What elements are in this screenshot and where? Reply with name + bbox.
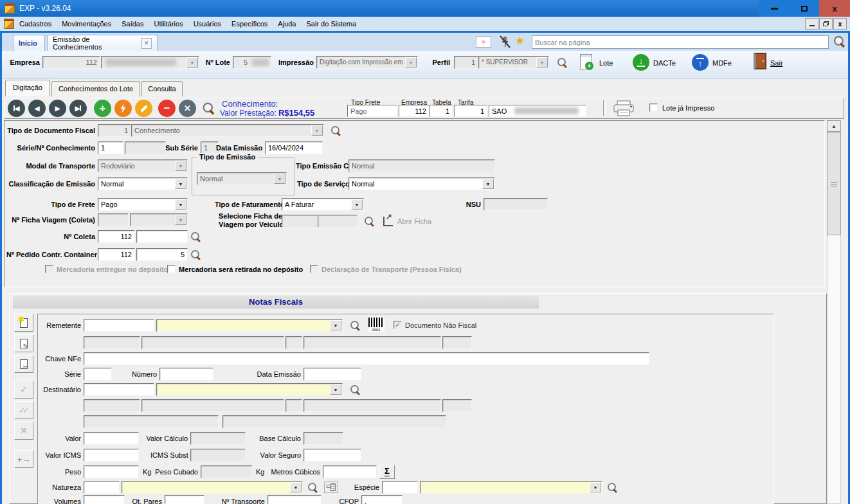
search-record-icon[interactable] [202,102,215,114]
delete-record-button[interactable]: − [158,100,176,117]
mdfe-button[interactable]: ↑ [692,54,709,71]
nf-numero-field[interactable] [159,368,213,381]
minimize-button[interactable] [759,0,789,17]
lote-button-label[interactable]: Lote [599,59,613,67]
confirm-all-notas-button[interactable]: ✓✓ [14,401,33,419]
menu-usuarios[interactable]: Usuários [188,17,226,31]
tab-conhecimentos-do-lote[interactable]: Conhecimentos do Lote [51,81,140,96]
remetente-lookup-icon[interactable] [350,320,361,331]
mercadoria-retirada-checkbox[interactable] [167,265,176,273]
dropdown-arrow-icon[interactable]: ▼ [175,179,186,189]
chave-nfe-field[interactable] [84,352,649,365]
edit-record-button[interactable] [135,100,152,117]
classificacao-combo[interactable]: Normal ▼ [98,177,188,190]
perfil-lookup-icon[interactable] [557,57,568,68]
star-icon[interactable]: ★ [515,34,525,48]
new-nota-button[interactable]: ✱ [14,314,33,332]
dropdown-arrow-icon[interactable]: ▼ [175,199,186,210]
external-link-icon[interactable] [383,217,393,226]
modal-combo[interactable]: Rodoviário ▼ [98,159,188,172]
dacte-button-label[interactable]: DACTe [653,59,676,67]
ficha-veiculo-field1[interactable] [282,215,318,228]
natureza-lookup-icon[interactable] [307,482,318,493]
barcode-icon[interactable]: 0001 [368,318,384,332]
empresa-code-field[interactable]: 112 [42,56,100,69]
pin-disabled-icon[interactable] [498,35,511,49]
cancel-nota-button[interactable]: × [14,422,33,440]
close-button[interactable]: x [819,0,850,17]
next-record-button[interactable]: ▶ [49,100,66,117]
dropdown-arrow-icon[interactable]: ▼ [330,384,341,395]
especie-lookup-icon[interactable] [607,482,618,493]
serie-field[interactable]: 1 [98,141,123,154]
mdi-restore-button[interactable] [819,18,833,30]
dropdown-arrow-icon[interactable]: ▼ [351,199,363,210]
printer-icon[interactable] [612,100,637,118]
tipo-doc-code-field[interactable]: 1 [98,124,131,137]
ficha-veiculo-lookup-icon[interactable] [364,216,375,227]
coleta-numero-field[interactable] [136,230,188,243]
scroll-up-button[interactable]: ▲ [827,120,841,132]
sair-button[interactable] [754,53,766,69]
destinatario-combo[interactable]: ▼ [156,383,343,396]
tab-emissao-de-conhecimentos[interactable]: Emissão de Conhecimentos ✕ [47,35,158,51]
menu-ajuda[interactable]: Ajuda [273,17,301,31]
impressao-combo[interactable]: Digitação com Impressão em Lote ▼ [316,56,418,69]
sair-button-label[interactable]: Sair [770,59,783,67]
coleta-empresa-field[interactable]: 112 [98,230,135,243]
hierarchy-button[interactable] [324,482,338,493]
tipo-servico-combo[interactable]: Normal ▼ [348,177,495,190]
tab-inicio[interactable]: Início [13,35,45,51]
pedido-numero-field[interactable]: 5 [136,248,188,261]
data-emissao-field[interactable]: 16/04/2024 [265,141,323,154]
edit-nota-button[interactable]: ✎ [14,334,33,352]
last-record-button[interactable]: ▶ [69,100,87,117]
ficha-veiculo-field2[interactable] [318,215,357,228]
cancel-record-button[interactable]: ✕ [179,100,196,117]
natureza-code-field[interactable] [84,481,120,494]
especie-code-field[interactable] [382,481,418,494]
destinatario-lookup-icon[interactable] [350,384,361,395]
n-transporte-field[interactable] [267,495,321,504]
dropdown-arrow-icon[interactable]: ▼ [330,320,341,330]
tipo-frete-combo[interactable]: Pago ▼ [98,198,188,211]
menu-saidas[interactable]: Saídas [116,17,149,31]
pedido-lookup-icon[interactable] [190,249,201,260]
volumes-field[interactable] [84,495,125,504]
nsu-field[interactable] [484,198,548,211]
confirm-nota-button[interactable]: ✓ [14,381,33,399]
first-record-button[interactable]: ◀ [8,100,25,117]
quick-insert-button[interactable] [114,100,132,117]
cfop-field[interactable]: . [361,495,402,504]
remove-nota-button[interactable]: ✂ [14,355,33,373]
metros-cubicos-field[interactable] [323,465,377,478]
mdfe-button-label[interactable]: MDFe [712,59,732,67]
pedido-empresa-field[interactable]: 112 [98,248,135,261]
valor-icms-field[interactable] [84,449,139,462]
add-record-button[interactable]: + [94,100,111,117]
destinatario-code-field[interactable] [84,383,154,396]
maximize-button[interactable] [789,0,819,17]
sum-button[interactable]: Σ [379,465,395,479]
dropdown-arrow-icon[interactable]: ▼ [590,482,601,492]
perfil-combo[interactable]: * SUPERVISOR ▼ [478,56,549,69]
especie-combo[interactable]: ▼ [420,481,602,494]
ficha-viagem-code-field[interactable] [98,213,129,226]
dacte-button[interactable]: ↓ [633,54,649,71]
valor-field[interactable] [84,432,139,445]
lote-impresso-checkbox[interactable] [649,104,658,112]
valor-seguro-field[interactable] [303,449,361,462]
tipo-faturamento-combo[interactable]: A Faturar ▼ [282,198,364,211]
menu-cadastros[interactable]: Cadastros [14,17,57,31]
natureza-combo[interactable]: ▼ [122,481,303,494]
tipo-doc-combo[interactable]: Conhecimento ▼ [131,124,324,137]
documento-nao-fiscal-checkbox[interactable]: ✓ [393,321,402,329]
menu-utilitarios[interactable]: Utilitários [149,17,188,31]
close-tab-icon[interactable]: ✕ [141,38,152,49]
numero-conhecimento-field[interactable] [125,141,166,154]
menu-sair-do-sistema[interactable]: Sair do Sistema [301,17,361,31]
tab-consulta[interactable]: Consulta [141,81,183,96]
menu-especificos[interactable]: Específicos [226,17,273,31]
favorites-heart-button[interactable]: ♥ [476,36,491,48]
qt-pares-field[interactable] [165,495,204,504]
